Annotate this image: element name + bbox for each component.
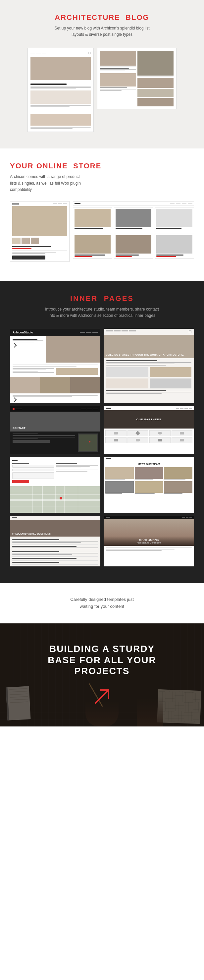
blog-title-main: ARCHITECTURE <box>55 13 120 22</box>
store-description: Archicon comes with a range of product l… <box>10 173 83 193</box>
map-pin <box>60 497 62 500</box>
store-grid-item <box>155 234 194 258</box>
blog-title-accent: BLOG <box>125 13 149 22</box>
partner-logo <box>105 430 127 436</box>
svg-line-0 <box>95 690 109 703</box>
studio-footer-content <box>10 393 100 403</box>
team-member <box>135 467 163 480</box>
blog-screenshot-right <box>97 48 177 109</box>
building-title: BUILDING A STURDY BASE FOR ALL YOUR PROJ… <box>13 643 191 677</box>
partners-title: OUR PARTNERS <box>136 418 161 421</box>
services-page-screenshot: BUILDING SPACES THROUGH THE WORK OF ARCH… <box>104 329 194 403</box>
blog-screenshot-left <box>27 48 94 132</box>
faq-page-screenshot: FREQUENTLY ASKED QUESTIONS <box>10 516 100 566</box>
blog-left-preview <box>30 51 91 129</box>
partner-logo <box>172 437 193 443</box>
services-hero-image: BUILDING SPACES THROUGH THE WORK OF ARCH… <box>104 335 194 358</box>
store-product-grid <box>73 207 194 258</box>
building-section: BUILDING A STURDY BASE FOR ALL YOUR PROJ… <box>0 624 204 727</box>
team-header: Meet our team <box>104 461 194 467</box>
contact-hero-text: CONTACT <box>13 426 25 430</box>
partners-page-screenshot: OUR PARTNERS <box>104 406 194 454</box>
partners-hero: OUR PARTNERS <box>104 410 194 428</box>
studio-hero-text <box>10 336 46 363</box>
store-grid-item <box>114 234 153 258</box>
profile-overlay: MARY JOHNS Architecture Consultant <box>104 536 194 546</box>
team-page-screenshot: Meet our team <box>104 457 194 513</box>
waiting-line2: waiting for your content <box>80 604 124 609</box>
inner-title-main: PAGES <box>104 294 134 302</box>
studio-people <box>10 377 100 393</box>
services-grid <box>106 367 191 388</box>
profile-title: Architecture Consultant <box>106 541 192 544</box>
partner-logo <box>128 437 149 443</box>
building-content: BUILDING A STURDY BASE FOR ALL YOUR PROJ… <box>13 643 191 706</box>
contact-content <box>10 431 100 454</box>
team-member <box>164 467 192 480</box>
faq-content <box>10 536 100 566</box>
waiting-section: Carefully designed templates just waitin… <box>0 583 204 624</box>
store-grid-item <box>114 207 153 232</box>
studio-hero-image <box>46 336 100 363</box>
building-title-line3: PROJECTS <box>74 666 130 676</box>
inner-title: INNER PAGES <box>10 294 194 303</box>
profile-page-screenshot: MARY JOHNS Architecture Consultant <box>104 516 194 566</box>
blog-description: Set up your new blog with Archicon's spl… <box>49 25 155 38</box>
inner-pages-grid: ArhiconStudio <box>10 329 194 566</box>
faq-item <box>12 538 98 545</box>
team-members-grid <box>104 467 194 496</box>
store-product-card <box>10 201 70 262</box>
studio-page-screenshot: ArhiconStudio <box>10 329 100 403</box>
faq-nav <box>10 516 100 520</box>
store-screenshots <box>10 201 194 264</box>
services-content <box>104 358 194 396</box>
profile-hero-image: MARY JOHNS Architecture Consultant <box>104 519 194 546</box>
store-screenshot-left <box>10 201 70 264</box>
blog-right-col-1 <box>100 51 136 107</box>
contact-hero: CONTACT <box>10 412 100 431</box>
waiting-line1: Carefully designed templates just <box>70 597 134 602</box>
partner-logo <box>149 430 171 436</box>
faq-hero-image: FREQUENTLY ASKED QUESTIONS <box>10 520 100 536</box>
faq-hero-text: FREQUENTLY ASKED QUESTIONS <box>12 533 51 535</box>
inner-pages-section: INNER PAGES Introduce your architecture … <box>0 281 204 583</box>
profile-nav <box>104 516 194 519</box>
contact-header <box>10 406 100 412</box>
inner-title-accent: INNER <box>70 294 98 302</box>
blog-sub-section <box>30 112 91 129</box>
partner-logo <box>128 430 149 436</box>
contact-page-screenshot: CONTACT <box>10 406 100 454</box>
studio-hero <box>10 336 100 363</box>
faq-item <box>12 545 98 550</box>
store-title-accent: STORE <box>73 162 101 170</box>
studio-logo: ArhiconStudio <box>13 331 33 334</box>
services-header <box>104 329 194 335</box>
studio-header: ArhiconStudio <box>10 329 100 336</box>
blog-right-inner <box>100 51 174 107</box>
store-grid-item <box>73 207 112 232</box>
team-member <box>164 481 192 494</box>
building-arrow-wrapper <box>13 687 191 706</box>
blog-section: ARCHITECTURE BLOG Set up your new blog w… <box>0 0 204 148</box>
blog-right-col-2 <box>138 51 174 107</box>
partners-nav <box>104 406 194 410</box>
store-screenshot-right <box>73 201 194 258</box>
services-hero-text: BUILDING SPACES THROUGH THE WORK OF ARCH… <box>106 353 184 356</box>
map-content <box>10 457 100 486</box>
partner-logo <box>172 430 193 436</box>
blog-screenshots <box>10 48 194 132</box>
store-title-pre: YOUR ONLINE <box>10 162 68 170</box>
building-arrow-icon <box>92 687 112 706</box>
partners-logos-grid <box>104 428 194 445</box>
profile-content <box>104 546 194 553</box>
waiting-text: Carefully designed templates just waitin… <box>10 596 194 610</box>
blog-title: ARCHITECTURE BLOG <box>10 13 194 22</box>
faq-item <box>12 561 98 565</box>
profile-name: MARY JOHNS <box>106 538 192 541</box>
inner-description: Introduce your architecture studio, team… <box>43 306 161 319</box>
contact-nav <box>81 409 98 409</box>
store-grid-item <box>155 207 194 232</box>
building-title-line1: BUILDING A STURDY <box>49 644 155 654</box>
faq-item <box>12 557 98 561</box>
map-area <box>10 486 100 513</box>
